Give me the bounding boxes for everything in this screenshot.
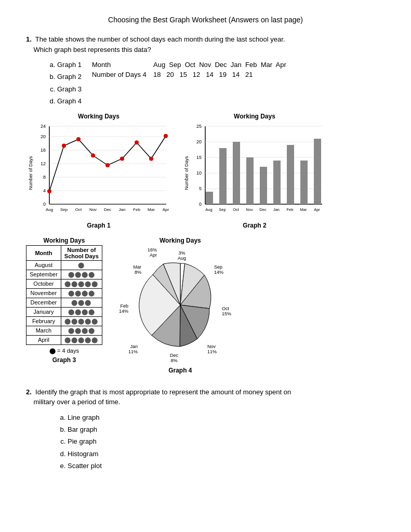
q1-option-d: Graph 4 [57, 95, 82, 107]
svg-text:Apr: Apr [314, 207, 320, 212]
g3-month-apr: April [26, 335, 61, 344]
graph2-svg: Number of Days 0 5 10 15 20 25 Aug Sep O… [182, 121, 327, 220]
g3-col-days: Number ofSchool Days [61, 245, 102, 260]
g4-pct-jan: 11% [128, 349, 138, 354]
svg-text:Mar: Mar [148, 207, 155, 212]
svg-text:Oct: Oct [75, 207, 82, 212]
graph3-table: Month Number ofSchool Days August ⬤ Sept… [26, 245, 102, 345]
g1-ylabel: Number of Days [28, 156, 33, 190]
g3-month-nov: November [26, 288, 61, 298]
question-1: 1. The table shows the number of school … [26, 34, 385, 374]
g4-label-sep: Sep [214, 264, 222, 270]
graph1-svg: Number of Days 0 4 8 12 16 20 24 [26, 121, 171, 220]
g4-label-nov: Nov [207, 344, 216, 349]
q2-text: Identify the graph that is most appropri… [35, 388, 291, 396]
graph4-label: Graph 4 [168, 367, 192, 374]
g4-pct-feb: 14% [119, 309, 128, 314]
g3-dots-nov: ⬤⬤⬤⬤ [61, 288, 102, 298]
svg-text:0: 0 [199, 202, 202, 207]
svg-text:Dec: Dec [259, 207, 267, 212]
g3-month-feb: February [26, 316, 61, 326]
svg-text:5: 5 [199, 186, 202, 191]
svg-text:Nov: Nov [89, 207, 97, 212]
svg-text:Aug: Aug [46, 207, 53, 212]
g4-pct-aug: 3% [178, 250, 185, 256]
graphs-row-2: Working Days Month Number ofSchool Days … [26, 237, 385, 374]
g3-month-aug: August [26, 260, 61, 270]
g4-pct-oct: 15% [222, 311, 231, 316]
g4-label-oct: Oct [222, 306, 230, 311]
g3-dots-apr: ⬤⬤⬤⬤⬤ [61, 335, 102, 344]
svg-text:4: 4 [43, 188, 46, 193]
graph3-label: Graph 3 [52, 356, 76, 364]
graph4-title: Working Days [160, 237, 201, 244]
svg-text:Oct: Oct [233, 207, 240, 212]
g4-pct-dec: 8% [170, 358, 177, 363]
g3-row-dec: December ⬤⬤⬤ [26, 298, 102, 307]
g4-label-feb: Feb [120, 303, 128, 309]
g2-bar-apr [314, 139, 321, 204]
g4-pct-nov: 11% [207, 349, 217, 354]
svg-text:Nov: Nov [246, 207, 253, 212]
svg-text:10: 10 [196, 170, 202, 176]
graph1-title: Working Days [78, 113, 120, 120]
question-2: 2. Identify the graph that is most appro… [26, 387, 385, 472]
g2-ylabel: Number of Days [184, 156, 189, 190]
svg-text:Feb: Feb [133, 207, 140, 212]
graph2-container: Working Days Number of Days 0 5 10 15 20… [182, 113, 327, 229]
svg-text:20: 20 [196, 139, 202, 144]
g2-bar-mar [300, 161, 308, 204]
graph4-container: Working Days [113, 237, 248, 374]
graph1-container: Working Days Number of Days 0 4 8 12 16 [26, 113, 171, 229]
svg-text:Mar: Mar [300, 207, 307, 212]
svg-text:16: 16 [41, 148, 46, 153]
svg-text:Sep: Sep [219, 207, 226, 212]
g4-label-mar: Mar [133, 264, 141, 270]
g4-label-apr: Apr [150, 252, 157, 258]
svg-text:Sep: Sep [60, 207, 68, 212]
graphs-row-1: Working Days Number of Days 0 4 8 12 16 [26, 113, 385, 229]
g3-row-apr: April ⬤⬤⬤⬤⬤ [26, 335, 102, 344]
svg-text:Aug: Aug [205, 207, 212, 212]
g3-col-month: Month [26, 245, 61, 260]
g1-dot-feb [135, 140, 139, 144]
q2-option-e: Scatter plot [68, 460, 385, 472]
days-label: Number of Days 4 [92, 71, 149, 78]
q1-text: The table shows the number of school day… [35, 35, 285, 43]
q1-option-b: Graph 2 [57, 71, 82, 83]
g3-row-nov: November ⬤⬤⬤⬤ [26, 288, 102, 298]
svg-text:Apr: Apr [163, 207, 169, 212]
svg-text:Jan: Jan [119, 207, 126, 212]
g1-dot-aug [47, 189, 51, 193]
g2-bar-nov [246, 157, 254, 204]
svg-text:12: 12 [41, 161, 46, 166]
g4-label-aug: Aug [178, 256, 186, 261]
g1-dot-mar [149, 156, 153, 161]
svg-text:0: 0 [43, 202, 46, 207]
q1-option-c: Graph 3 [57, 83, 82, 95]
g2-bar-sep [219, 148, 227, 204]
g3-dots-sep: ⬤⬤⬤⬤ [61, 270, 102, 279]
graph4-svg: Aug 3% Sep 14% Oct 15% Nov 11% Dec 8% Ja… [113, 245, 248, 365]
g4-label-jan: Jan [130, 344, 138, 349]
svg-text:Feb: Feb [287, 207, 294, 212]
graph2-label: Graph 2 [243, 222, 266, 229]
g3-row-feb: February ⬤⬤⬤⬤⬤ [26, 316, 102, 326]
g3-row-aug: August ⬤ [26, 260, 102, 270]
days-values: 18 20 15 12 14 19 14 21 [153, 71, 253, 78]
g1-dot-dec [105, 163, 110, 167]
g4-pct-mar: 8% [135, 270, 141, 275]
g2-bar-jan [273, 161, 281, 204]
g2-bar-aug [206, 192, 213, 204]
page-title: Choosing the Best Graph Worksheet (Answe… [26, 16, 385, 24]
g3-dots-dec: ⬤⬤⬤ [61, 298, 102, 307]
g2-bar-feb [287, 145, 294, 204]
month-values: Aug Sep Oct Nov Dec Jan Feb Mar Apr [153, 61, 286, 69]
graph3-legend-text: = 4 days [57, 348, 79, 354]
svg-text:15: 15 [196, 155, 202, 160]
g1-dot-oct [76, 137, 81, 141]
g3-row-oct: October ⬤⬤⬤⬤⬤ [26, 279, 102, 288]
g3-month-oct: October [26, 279, 61, 288]
svg-text:Jan: Jan [273, 207, 280, 212]
svg-text:8: 8 [43, 175, 46, 180]
